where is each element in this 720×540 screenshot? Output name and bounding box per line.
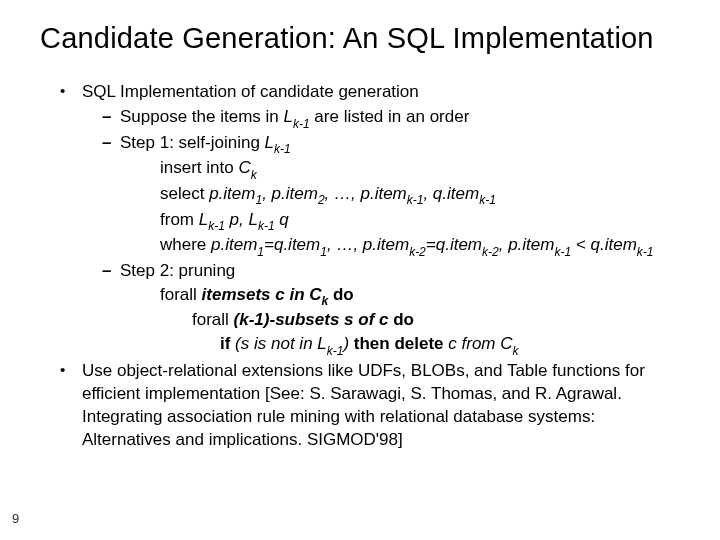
s1l2s2: 2 bbox=[318, 193, 325, 207]
d1-sym: L bbox=[283, 107, 292, 126]
dash-3: Step 2: pruning forall itemsets c in Ck … bbox=[102, 260, 680, 358]
s1l2s1: 1 bbox=[255, 193, 262, 207]
s1l4b: p.item bbox=[211, 235, 257, 254]
dash-1: Suppose the items in Lk-1 are listed in … bbox=[102, 106, 680, 131]
slide-title: Candidate Generation: An SQL Implementat… bbox=[40, 22, 680, 55]
s2l1b: itemsets c in C bbox=[202, 285, 322, 304]
s2l3a: if bbox=[220, 334, 235, 353]
s1l4f: , p.item bbox=[499, 235, 555, 254]
s1l4c: =q.item bbox=[264, 235, 320, 254]
d3-text: Step 2: pruning bbox=[120, 261, 235, 280]
sub-list: Suppose the items in Lk-1 are listed in … bbox=[82, 106, 680, 358]
s1l2c: , p.item bbox=[262, 184, 318, 203]
b2t1: Use object-relational extensions like UD… bbox=[82, 361, 645, 403]
slide: Candidate Generation: An SQL Implementat… bbox=[0, 0, 720, 540]
d2-sub: k-1 bbox=[274, 142, 291, 156]
s1l3a: from bbox=[160, 210, 199, 229]
bullet-1: SQL Implementation of candidate generati… bbox=[60, 81, 680, 357]
s1-line2: select p.item1, p.item2, …, p.itemk-1, q… bbox=[120, 183, 680, 208]
s1l1a: insert into bbox=[160, 158, 238, 177]
s2l3b: (s is not in L bbox=[235, 334, 327, 353]
s2-line1: forall itemsets c in Ck do bbox=[120, 284, 680, 309]
d2-sym: L bbox=[265, 133, 274, 152]
s2l3bs: k-1 bbox=[327, 344, 344, 358]
s2l1a: forall bbox=[160, 285, 202, 304]
b2t3: SIGMOD'98] bbox=[307, 430, 403, 449]
s1l4sk2: k-2 bbox=[409, 245, 426, 259]
bullet-list: SQL Implementation of candidate generati… bbox=[40, 81, 680, 451]
d1-suf: are listed in an order bbox=[310, 107, 470, 126]
s1l4e: =q.item bbox=[426, 235, 482, 254]
s2l3e: c from C bbox=[448, 334, 512, 353]
s1l4d: , …, p.item bbox=[327, 235, 409, 254]
s1-line1: insert into Ck bbox=[120, 157, 680, 182]
s1l4a: where bbox=[160, 235, 211, 254]
s1l1bs: k bbox=[251, 168, 257, 182]
s1l3b: L bbox=[199, 210, 208, 229]
s1l2e: , q.item bbox=[423, 184, 479, 203]
page-number: 9 bbox=[12, 511, 19, 526]
s1-line3: from Lk-1 p, Lk-1 q bbox=[120, 209, 680, 234]
s2l3c: ) bbox=[343, 334, 353, 353]
s1l4sk1: k-1 bbox=[554, 245, 571, 259]
s2-line3: if (s is not in Lk-1) then delete c from… bbox=[120, 333, 680, 358]
s1l2sk1: k-1 bbox=[407, 193, 424, 207]
s2l2a: forall bbox=[192, 310, 234, 329]
s2l1bs: k bbox=[322, 294, 329, 308]
s2l1c: do bbox=[328, 285, 354, 304]
s1l3s1: k-1 bbox=[208, 219, 225, 233]
s1l3c: p, L bbox=[225, 210, 258, 229]
s1l4s1b: 1 bbox=[320, 245, 327, 259]
bullet-1-head: SQL Implementation of candidate generati… bbox=[82, 82, 419, 101]
s2l3d: then delete bbox=[354, 334, 448, 353]
dash-2: Step 1: self-joining Lk-1 insert into Ck… bbox=[102, 132, 680, 259]
d1-sub: k-1 bbox=[293, 117, 310, 131]
d2-pre: Step 1: self-joining bbox=[120, 133, 265, 152]
s1l4sk1b: k-1 bbox=[637, 245, 654, 259]
s1l2sk1b: k-1 bbox=[479, 193, 496, 207]
d1-pre: Suppose the items in bbox=[120, 107, 283, 126]
s2l3es: k bbox=[513, 344, 519, 358]
s2l2b: (k-1)-subsets s of c bbox=[234, 310, 389, 329]
s1l2a: select bbox=[160, 184, 209, 203]
s1l2d: , …, p.item bbox=[325, 184, 407, 203]
s1-line4: where p.item1=q.item1, …, p.itemk-2=q.it… bbox=[120, 234, 680, 259]
s1l4g: < q.item bbox=[571, 235, 637, 254]
bullet-2: Use object-relational extensions like UD… bbox=[60, 360, 680, 452]
s1l2b: p.item bbox=[209, 184, 255, 203]
s1l4s1: 1 bbox=[257, 245, 264, 259]
s1l4sk2b: k-2 bbox=[482, 245, 499, 259]
s1l3d: q bbox=[275, 210, 289, 229]
s2l2c: do bbox=[389, 310, 415, 329]
s1l3s2: k-1 bbox=[258, 219, 275, 233]
s2-line2: forall (k-1)-subsets s of c do bbox=[120, 309, 680, 332]
s1l1b: C bbox=[238, 158, 250, 177]
